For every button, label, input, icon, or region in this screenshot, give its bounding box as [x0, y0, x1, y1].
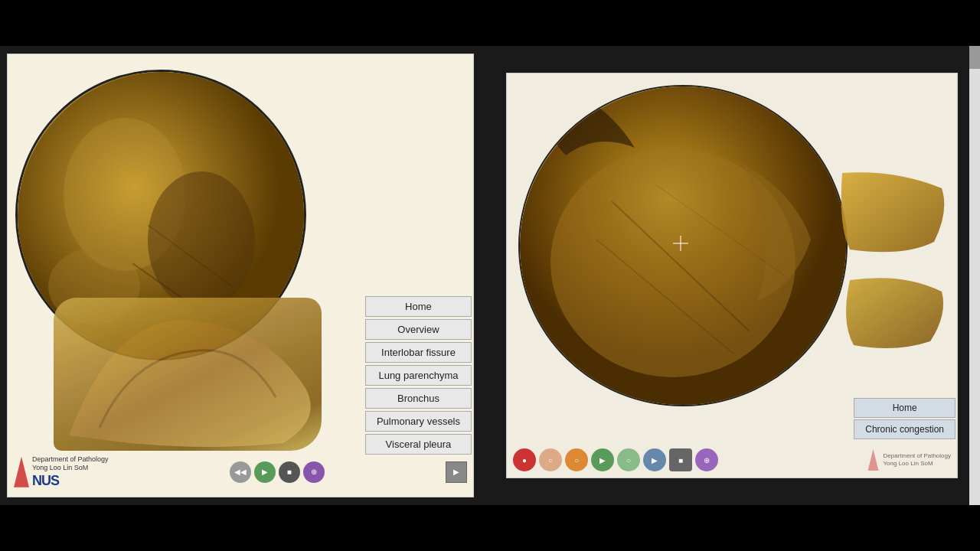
menu-item-home-right[interactable]: Home	[854, 398, 956, 418]
menu-item-lung-parenchyma[interactable]: Lung parenchyma	[365, 365, 472, 386]
menu-item-home[interactable]: Home	[365, 296, 472, 317]
nus-triangle-icon	[14, 457, 29, 487]
top-black-bar	[0, 0, 980, 46]
main-container: Home Overview Interlobar fissure Lung pa…	[0, 0, 980, 551]
menu-item-chronic-congestion[interactable]: Chronic congestion	[854, 419, 956, 439]
nus-triangle-icon-right	[868, 449, 879, 471]
logo-area-left: Department of Pathology Yong Loo Lin SoM…	[14, 455, 109, 489]
nus-logo-text: NUS	[32, 473, 109, 489]
lung-tissue-left	[54, 298, 322, 451]
school-label-right: Yong Loo Lin SoM	[884, 460, 952, 468]
magnifier-inner-right	[520, 86, 846, 405]
menu-item-pulmonary-vessels[interactable]: Pulmonary vessels	[365, 411, 472, 432]
left-panel: Home Overview Interlobar fissure Lung pa…	[0, 0, 481, 551]
lung-slices-right	[835, 165, 949, 395]
stop-button-right[interactable]: ■	[669, 448, 692, 471]
playback-controls-left: ◀◀ ▶ ■ ⊕	[230, 461, 325, 483]
btn-orange[interactable]: ○	[565, 448, 588, 471]
zoom-button-left[interactable]: ⊕	[303, 461, 325, 483]
left-lung-image: Home Overview Interlobar fissure Lung pa…	[8, 54, 473, 497]
dept-label: Department of Pathology	[32, 455, 109, 465]
controls-right: ● ○ ○ ▶ ○ ▶ ■ ⊕ Department of Pathology	[507, 448, 957, 471]
stop-button[interactable]: ■	[279, 461, 300, 483]
play-button-right[interactable]: ▶	[643, 448, 666, 471]
btn-red[interactable]: ●	[513, 448, 536, 471]
bottom-black-bar	[0, 505, 980, 551]
zoom-button-right[interactable]: ⊕	[695, 448, 718, 471]
scroll-thumb-left[interactable]	[969, 46, 980, 69]
rewind-button[interactable]: ◀◀	[230, 461, 251, 483]
school-label: Yong Loo Lin SoM	[32, 464, 109, 473]
left-frame: Home Overview Interlobar fissure Lung pa…	[7, 54, 474, 497]
menu-item-interlobar-fissure[interactable]: Interlobar fissure	[365, 342, 472, 363]
menu-item-visceral-pleura[interactable]: Visceral pleura	[365, 434, 472, 455]
svg-point-2	[148, 171, 255, 309]
magnifier-circle-right	[518, 85, 848, 406]
btn-peach[interactable]: ○	[539, 448, 562, 471]
btn-green-right[interactable]: ▶	[591, 448, 614, 471]
playback-controls-right: ● ○ ○ ▶ ○ ▶ ■ ⊕	[513, 448, 718, 471]
scroll-bar-left[interactable]	[969, 46, 980, 505]
menu-overlay-right: Home Chronic congestion	[854, 398, 956, 439]
menu-overlay-left: Home Overview Interlobar fissure Lung pa…	[365, 296, 472, 455]
controls-left: Department of Pathology Yong Loo Lin SoM…	[8, 455, 473, 489]
menu-item-overview[interactable]: Overview	[365, 319, 472, 340]
play-button[interactable]: ▶	[254, 461, 276, 483]
dept-label-right: Department of Pathology	[884, 452, 952, 460]
menu-item-bronchus[interactable]: Bronchus	[365, 388, 472, 409]
right-frame: Home Chronic congestion ● ○ ○ ▶ ○ ▶ ■ ⊕	[506, 73, 958, 478]
right-panel: Home Chronic congestion ● ○ ○ ▶ ○ ▶ ■ ⊕	[484, 0, 980, 551]
btn-light-green[interactable]: ○	[617, 448, 640, 471]
play-right-button[interactable]: ▶	[446, 461, 467, 483]
logo-area-right: Department of Pathology Yong Loo Lin SoM	[868, 449, 952, 471]
right-lung-image: Home Chronic congestion ● ○ ○ ▶ ○ ▶ ■ ⊕	[507, 73, 957, 478]
